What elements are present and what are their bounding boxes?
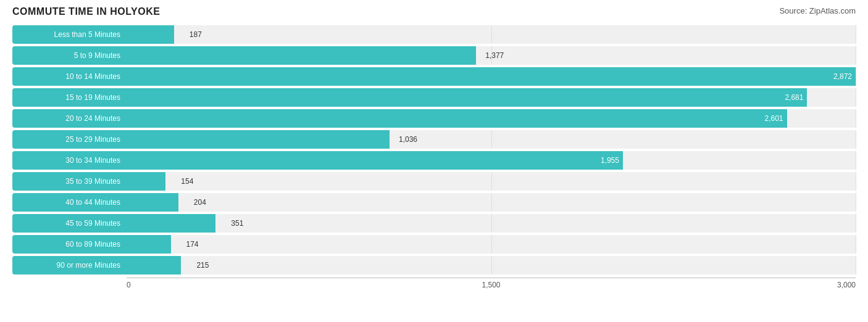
bar-row: 45 to 59 Minutes351 <box>12 213 856 233</box>
bar-label: 40 to 44 Minutes <box>12 193 127 212</box>
bar-row: 90 or more Minutes215 <box>12 255 856 275</box>
bar-label: 90 or more Minutes <box>12 256 127 275</box>
bar-value: 1,377 <box>485 51 504 60</box>
bar-value: 215 <box>196 261 209 270</box>
bar-label: 60 to 89 Minutes <box>12 235 127 254</box>
grid-line <box>491 172 492 191</box>
grid-line <box>856 130 856 149</box>
bar-label: Less than 5 Minutes <box>12 25 127 44</box>
chart-title: COMMUTE TIME IN HOLYOKE <box>12 6 160 17</box>
bar-fill: 154 <box>127 172 165 191</box>
grid-line <box>856 25 856 44</box>
bar-row: 25 to 29 Minutes1,036 <box>12 130 856 149</box>
bar-row: 10 to 14 Minutes2,872 <box>12 67 856 86</box>
grid-line <box>856 88 856 107</box>
bar-track: 174 <box>127 235 856 254</box>
grid-line <box>856 151 856 170</box>
bar-value: 2,601 <box>765 114 783 123</box>
bar-value: 2,681 <box>785 93 803 102</box>
bar-value: 2,872 <box>833 72 852 81</box>
bar-fill: 1,036 <box>127 130 390 149</box>
bar-label: 30 to 34 Minutes <box>12 151 127 170</box>
chart-header: COMMUTE TIME IN HOLYOKE Source: ZipAtlas… <box>12 6 856 17</box>
bar-track: 2,601 <box>127 109 856 128</box>
bar-fill: 174 <box>127 235 171 254</box>
chart-source: Source: ZipAtlas.com <box>779 6 856 15</box>
grid-line <box>491 193 492 212</box>
bar-track: 1,377 <box>127 46 856 65</box>
bar-value: 154 <box>181 177 193 186</box>
bar-row: 30 to 34 Minutes1,955 <box>12 151 856 170</box>
bar-track: 1,955 <box>127 151 856 170</box>
grid-line <box>856 172 856 191</box>
grid-line <box>491 256 492 275</box>
bar-track: 2,681 <box>127 88 856 107</box>
bar-track: 204 <box>127 193 856 212</box>
x-axis-label: 0 <box>127 281 131 289</box>
bar-row: Less than 5 Minutes187 <box>12 25 856 44</box>
bar-label: 20 to 24 Minutes <box>12 109 127 128</box>
bar-value: 174 <box>186 240 199 249</box>
bar-track: 187 <box>127 25 856 44</box>
x-axis: 01,5003,000 <box>127 278 856 290</box>
x-axis-label: 3,000 <box>837 281 856 289</box>
grid-line <box>491 214 492 233</box>
x-axis-label: 1,500 <box>482 281 501 289</box>
bar-label: 15 to 19 Minutes <box>12 88 127 107</box>
bar-row: 20 to 24 Minutes2,601 <box>12 109 856 128</box>
bar-fill: 187 <box>127 25 174 44</box>
grid-line <box>856 235 856 254</box>
grid-line <box>856 193 856 212</box>
grid-line <box>856 214 856 233</box>
bar-track: 1,036 <box>127 130 856 149</box>
bar-value: 1,036 <box>399 135 417 144</box>
bar-fill: 204 <box>127 193 178 212</box>
grid-line <box>856 67 856 86</box>
bar-fill: 2,601 <box>127 109 787 128</box>
grid-line <box>856 109 856 128</box>
bar-label: 5 to 9 Minutes <box>12 46 127 65</box>
grid-line <box>491 130 492 149</box>
chart-container: COMMUTE TIME IN HOLYOKE Source: ZipAtlas… <box>12 6 856 290</box>
bar-track: 154 <box>127 172 856 191</box>
bar-fill: 1,955 <box>127 151 623 170</box>
bar-label: 25 to 29 Minutes <box>12 130 127 149</box>
bar-row: 5 to 9 Minutes1,377 <box>12 46 856 65</box>
bar-track: 351 <box>127 214 856 233</box>
bar-label: 35 to 39 Minutes <box>12 172 127 191</box>
bar-row: 40 to 44 Minutes204 <box>12 192 856 212</box>
bar-fill: 2,872 <box>127 67 856 86</box>
grid-line <box>856 46 856 65</box>
bar-row: 60 to 89 Minutes174 <box>12 234 856 254</box>
bar-value: 187 <box>190 30 202 39</box>
bar-fill: 215 <box>127 256 181 275</box>
bar-track: 2,872 <box>127 67 856 86</box>
bar-fill: 2,681 <box>127 88 807 107</box>
bar-value: 351 <box>231 219 243 228</box>
chart-area: Less than 5 Minutes1875 to 9 Minutes1,37… <box>12 25 856 275</box>
bar-track: 215 <box>127 256 856 275</box>
grid-line <box>491 25 492 44</box>
bar-fill: 1,377 <box>127 46 476 65</box>
bar-row: 15 to 19 Minutes2,681 <box>12 88 856 107</box>
bar-label: 45 to 59 Minutes <box>12 214 127 233</box>
bar-row: 35 to 39 Minutes154 <box>12 171 856 191</box>
bar-value: 1,955 <box>601 156 619 165</box>
bar-label: 10 to 14 Minutes <box>12 67 127 86</box>
bar-fill: 351 <box>127 214 215 233</box>
bar-value: 204 <box>194 198 206 207</box>
grid-line <box>856 256 856 275</box>
grid-line <box>491 235 492 254</box>
